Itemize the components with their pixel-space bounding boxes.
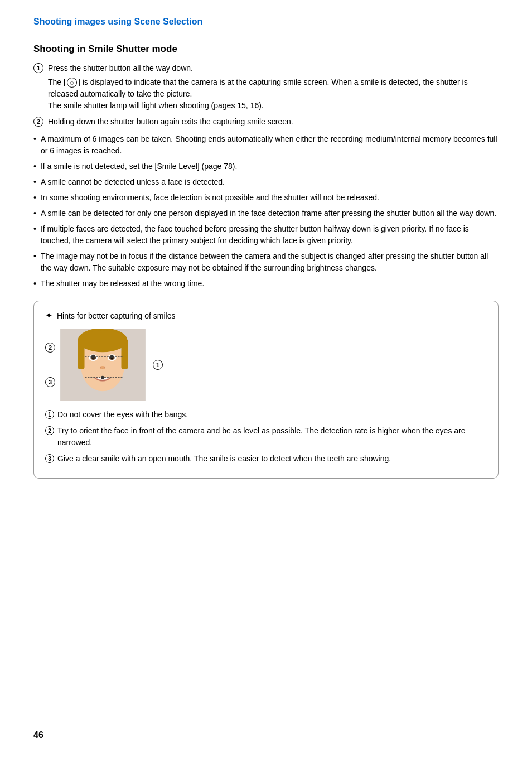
page-container: Shooting images using Scene Selection Sh…: [0, 0, 532, 523]
step-content-1: Press the shutter button all the way dow…: [48, 62, 499, 112]
face-label-2: 2: [45, 343, 55, 353]
bullet-dot-6: •: [33, 223, 36, 235]
hints-item-2: 2 Try to orient the face in front of the…: [45, 425, 487, 449]
hints-numbered-list: 1 Do not cover the eyes with the bangs. …: [45, 409, 487, 465]
step-list: 1 Press the shutter button all the way d…: [33, 62, 499, 128]
bullet-item-7: • The image may not be in focus if the d…: [33, 250, 499, 274]
bullet-text-5: A smile can be detected for only one per…: [41, 208, 496, 219]
bullet-text-7: The image may not be in focus if the dis…: [41, 250, 499, 274]
face-label-1: 1: [153, 360, 163, 370]
hints-num-circle-1: 1: [45, 410, 54, 419]
bullet-text-4: In some shooting environments, face dete…: [41, 192, 379, 204]
bullet-item-5: • A smile can be detected for only one p…: [33, 208, 499, 219]
hints-num-circle-3: 3: [45, 454, 54, 463]
bullet-item-4: • In some shooting environments, face de…: [33, 192, 499, 204]
page-number: 46: [33, 730, 43, 740]
step-item-1: 1 Press the shutter button all the way d…: [33, 62, 499, 112]
face-diagram-area: 2 3: [45, 329, 487, 401]
bullet-item-6: • If multiple faces are detected, the fa…: [33, 223, 499, 247]
step-number-2: 2: [33, 117, 43, 127]
step-1-main: Press the shutter button all the way dow…: [48, 64, 193, 73]
bullet-dot-7: •: [33, 250, 36, 262]
step-item-2: 2 Holding down the shutter button again …: [33, 116, 499, 128]
face-image-box: [60, 329, 146, 401]
bullet-dot-2: •: [33, 161, 36, 172]
bullet-item-2: • If a smile is not detected, set the [S…: [33, 161, 499, 172]
bullet-list: • A maximum of 6 images can be taken. Sh…: [33, 133, 499, 290]
step-1-sub: The [☺] is displayed to indicate that th…: [48, 76, 499, 112]
bullet-text-6: If multiple faces are detected, the face…: [41, 223, 499, 247]
bullet-dot-1: •: [33, 133, 36, 145]
face-label-3: 3: [45, 377, 55, 387]
face-diagram-svg: [60, 329, 146, 401]
step-number-1: 1: [33, 63, 43, 73]
bullet-text-3: A smile cannot be detected unless a face…: [41, 176, 225, 188]
svg-point-5: [79, 330, 127, 352]
bullet-item-8: • The shutter may be released at the wro…: [33, 278, 499, 290]
smile-shutter-icon: ☺: [67, 78, 77, 88]
section-title: Shooting in Smile Shutter mode: [33, 44, 499, 55]
svg-point-19: [110, 355, 114, 358]
hints-text-1: Do not cover the eyes with the bangs.: [57, 409, 188, 421]
bullet-item-1: • A maximum of 6 images can be taken. Sh…: [33, 133, 499, 157]
svg-point-18: [91, 355, 95, 358]
bullet-dot-8: •: [33, 278, 36, 290]
face-labels-left: 2 3: [45, 331, 55, 398]
hints-text-3: Give a clear smile with an open mouth. T…: [57, 453, 391, 465]
step-content-2: Holding down the shutter button again ex…: [48, 116, 499, 128]
bullet-dot-4: •: [33, 192, 36, 204]
bullet-dot-5: •: [33, 208, 36, 219]
hints-title: ✦ Hints for better capturing of smiles: [45, 310, 487, 321]
hints-text-2: Try to orient the face in front of the c…: [57, 425, 487, 449]
hints-item-1: 1 Do not cover the eyes with the bangs.: [45, 409, 487, 421]
bullet-item-3: • A smile cannot be detected unless a fa…: [33, 176, 499, 188]
hints-item-3: 3 Give a clear smile with an open mouth.…: [45, 453, 487, 465]
bullet-dot-3: •: [33, 176, 36, 188]
face-label-right: 1: [153, 360, 163, 370]
page-header-title: Shooting images using Scene Selection: [33, 17, 499, 27]
svg-point-21: [101, 376, 104, 379]
hints-sun-icon: ✦: [45, 310, 52, 321]
hints-title-text: Hints for better capturing of smiles: [57, 311, 175, 320]
hints-num-circle-2: 2: [45, 426, 54, 435]
bullet-text-2: If a smile is not detected, set the [Smi…: [41, 161, 238, 172]
hints-box: ✦ Hints for better capturing of smiles 2…: [33, 301, 499, 479]
bullet-text-8: The shutter may be released at the wrong…: [41, 278, 204, 290]
bullet-text-1: A maximum of 6 images can be taken. Shoo…: [41, 133, 499, 157]
